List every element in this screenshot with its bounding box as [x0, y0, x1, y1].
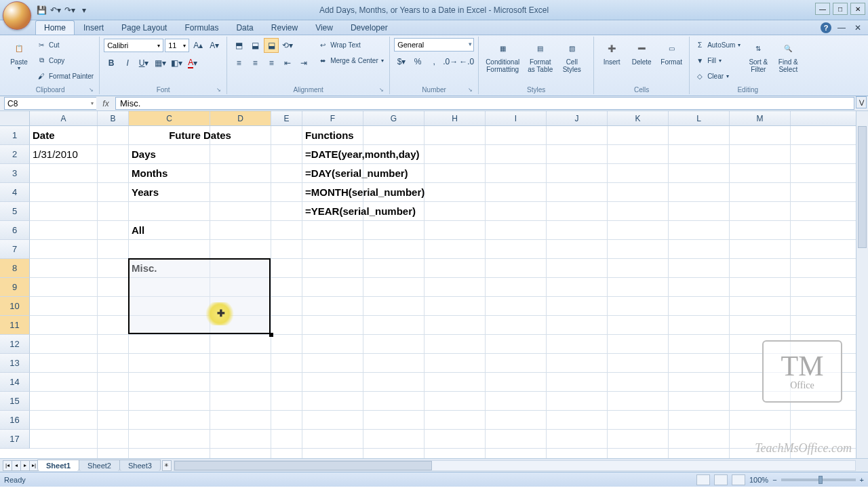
row-header-6[interactable]: 6 — [0, 221, 30, 240]
select-all-corner[interactable] — [0, 111, 30, 126]
normal-view-button[interactable] — [696, 474, 710, 485]
page-break-view-button[interactable] — [732, 474, 745, 485]
column-header-J[interactable]: J — [547, 111, 608, 125]
cell-styles-button[interactable]: ▧Cell Styles — [558, 38, 585, 75]
cell-F4[interactable]: =MONTH(serial_number) — [302, 183, 427, 202]
alignment-launcher[interactable]: ↘ — [377, 86, 385, 94]
orientation-button[interactable]: ⟲▾ — [280, 38, 295, 53]
row-header-2[interactable]: 2 — [0, 145, 30, 164]
row-header-15[interactable]: 15 — [0, 392, 30, 411]
save-icon[interactable]: 💾 — [35, 4, 47, 16]
percent-button[interactable]: % — [410, 54, 425, 69]
decrease-decimal-button[interactable]: ←.0 — [459, 54, 474, 69]
cut-button[interactable]: ✂Cut — [35, 38, 95, 52]
cell-F2[interactable]: =DATE(year,month,day) — [302, 145, 422, 164]
tab-developer[interactable]: Developer — [342, 20, 397, 35]
help-icon[interactable]: ? — [821, 22, 831, 33]
column-header-I[interactable]: I — [486, 111, 547, 125]
font-size-combo[interactable]: 11▾ — [165, 39, 189, 52]
cell-C4[interactable]: Years — [129, 183, 210, 202]
row-header-13[interactable]: 13 — [0, 354, 30, 373]
zoom-slider[interactable] — [781, 479, 856, 481]
column-header-A[interactable]: A — [30, 111, 98, 125]
shrink-font-button[interactable]: A▾ — [207, 38, 222, 53]
sheet-nav-next[interactable]: ▸ — [20, 460, 30, 471]
zoom-level[interactable]: 100% — [749, 476, 768, 484]
cell-C6[interactable]: All — [129, 221, 210, 240]
sheet-tab-sheet3[interactable]: Sheet3 — [119, 460, 161, 471]
column-header-E[interactable]: E — [271, 111, 302, 125]
hscroll-thumb[interactable] — [174, 461, 432, 470]
zoom-out-button[interactable]: − — [772, 476, 776, 484]
fx-icon[interactable]: fx — [96, 96, 115, 110]
delete-cells-button[interactable]: ➖Delete — [628, 38, 655, 67]
column-header-D[interactable]: D — [210, 111, 271, 125]
find-select-button[interactable]: 🔍Find & Select — [774, 38, 802, 75]
cell-A2[interactable]: 1/31/2010 — [30, 145, 98, 164]
cell-C1[interactable]: Future Dates — [129, 126, 271, 145]
zoom-thumb[interactable] — [818, 476, 823, 484]
row-header-14[interactable]: 14 — [0, 373, 30, 392]
border-button[interactable]: ▦▾ — [153, 56, 167, 70]
align-right-button[interactable]: ≡ — [264, 56, 279, 70]
grow-font-button[interactable]: A▴ — [191, 38, 205, 53]
bold-button[interactable]: B — [104, 56, 119, 70]
align-center-button[interactable]: ≡ — [248, 56, 262, 70]
workbook-close-icon[interactable]: ✕ — [852, 22, 864, 34]
copy-button[interactable]: ⧉Copy — [35, 54, 95, 67]
tab-home[interactable]: Home — [35, 20, 75, 35]
tab-page-layout[interactable]: Page Layout — [113, 20, 176, 35]
row-header-4[interactable]: 4 — [0, 183, 30, 202]
format-as-table-button[interactable]: ▤Format as Table — [525, 38, 555, 75]
column-header-F[interactable]: F — [302, 111, 363, 125]
decrease-indent-button[interactable]: ⇤ — [280, 56, 295, 70]
accounting-button[interactable]: $▾ — [394, 54, 409, 69]
qat-customize-icon[interactable]: ▾ — [78, 4, 90, 16]
increase-indent-button[interactable]: ⇥ — [296, 56, 311, 70]
cell-C3[interactable]: Months — [129, 164, 210, 183]
tab-view[interactable]: View — [307, 20, 342, 35]
row-header-8[interactable]: 8 — [0, 259, 30, 278]
new-sheet-button[interactable]: ✳ — [162, 460, 172, 471]
format-cells-button[interactable]: ▭Format — [658, 38, 685, 67]
undo-icon[interactable]: ↶▾ — [50, 4, 62, 16]
autosum-button[interactable]: ΣAutoSum▾ — [694, 38, 742, 52]
office-button[interactable] — [3, 1, 31, 30]
font-launcher[interactable]: ↘ — [214, 86, 222, 94]
fill-color-button[interactable]: ◧▾ — [169, 56, 184, 70]
align-middle-button[interactable]: ⬓ — [248, 38, 262, 53]
align-left-button[interactable]: ≡ — [231, 56, 246, 70]
comma-button[interactable]: , — [427, 54, 441, 69]
row-header-1[interactable]: 1 — [0, 126, 30, 145]
column-header-H[interactable]: H — [425, 111, 486, 125]
cell-C2[interactable]: Days — [129, 145, 210, 164]
sort-filter-button[interactable]: ⇅Sort & Filter — [745, 38, 772, 75]
clipboard-launcher[interactable]: ↘ — [87, 86, 95, 94]
conditional-formatting-button[interactable]: ▦Conditional Formatting — [483, 38, 522, 75]
formula-expand-button[interactable]: ⋁ — [856, 96, 867, 108]
row-header-9[interactable]: 9 — [0, 278, 30, 297]
maximize-button[interactable]: □ — [833, 3, 848, 15]
increase-decimal-button[interactable]: .0→ — [443, 54, 458, 69]
column-header-G[interactable]: G — [363, 111, 425, 125]
sheet-nav-first[interactable]: |◂ — [3, 460, 12, 471]
column-header-B[interactable]: B — [98, 111, 129, 125]
horizontal-scrollbar[interactable] — [174, 460, 856, 471]
redo-icon[interactable]: ↷▾ — [64, 4, 76, 16]
page-layout-view-button[interactable] — [714, 474, 728, 485]
minimize-button[interactable]: — — [815, 3, 830, 15]
merge-center-button[interactable]: ⬌Merge & Center▾ — [317, 54, 385, 67]
formula-bar[interactable]: Misc. — [115, 97, 854, 110]
column-header-M[interactable]: M — [730, 111, 791, 125]
cell-F5[interactable]: =YEAR(serial_number) — [302, 202, 418, 221]
tab-insert[interactable]: Insert — [75, 20, 113, 35]
row-header-3[interactable]: 3 — [0, 164, 30, 183]
vscroll-thumb[interactable] — [858, 126, 867, 248]
column-header-K[interactable]: K — [608, 111, 669, 125]
cell-F1[interactable]: Functions — [302, 126, 363, 145]
row-header-5[interactable]: 5 — [0, 202, 30, 221]
number-launcher[interactable]: ↘ — [466, 86, 474, 94]
name-box[interactable]: C8▾ — [4, 97, 96, 110]
font-color-button[interactable]: A▾ — [185, 56, 200, 70]
italic-button[interactable]: I — [120, 56, 135, 70]
